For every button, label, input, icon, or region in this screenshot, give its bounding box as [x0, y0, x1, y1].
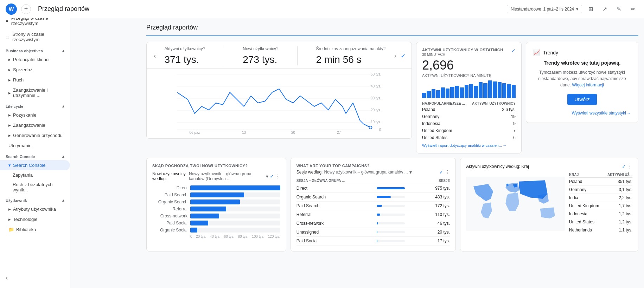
map-row: United States1,2 tys.: [569, 218, 632, 226]
campaigns-table: SESJA – GŁÓWNA GRUPA ... SESJE Direct 97…: [297, 178, 450, 246]
svg-text:50 tys.: 50 tys.: [371, 72, 381, 76]
add-property-button[interactable]: +: [21, 4, 31, 14]
sidebar-item-realtime-pages[interactable]: ◻ Strony w czasie rzeczywistym: [0, 29, 70, 45]
realtime-header-text: AKTYWNI UŻYTKOWNICY W OSTATNICH: [422, 48, 503, 52]
sidebar-item-revenue[interactable]: ▸ Generowanie przychodu: [0, 130, 70, 140]
trends-more-link[interactable]: Więcej informacji: [572, 83, 604, 87]
realtime-row: Poland2,6 tys.: [422, 106, 516, 113]
arrow-right-icon-trends: →: [627, 111, 631, 116]
campaign-dropdown-icon[interactable]: ▾: [409, 169, 412, 175]
hbar-track: [190, 221, 280, 225]
trends-create-button[interactable]: Utwórz: [567, 94, 597, 105]
chevron-up-icon-3: ▴: [62, 154, 64, 159]
campaigns-row: Paid Search 172 tys.: [297, 202, 450, 210]
prev-metric-button[interactable]: ‹: [152, 51, 157, 61]
metric-label-2: Średni czas zaangażowania na akty: [316, 46, 383, 51]
map-menu-icon[interactable]: ⋮: [627, 164, 632, 169]
section-user[interactable]: Użytkownik ▴: [0, 195, 70, 204]
map-row: Germany3,1 tys.: [569, 186, 632, 194]
hbar-label: Organic Search: [152, 199, 187, 204]
expand-icon: ▸: [8, 133, 11, 138]
chevron-up-icon: ▴: [62, 48, 64, 53]
hbar-fill: [190, 192, 244, 197]
hbar-track: [190, 207, 280, 211]
date-range-value: 1 paź–2 lis 2024: [543, 7, 574, 12]
sidebar-collapse-button[interactable]: ‹: [0, 271, 70, 285]
date-dropdown-icon: ▾: [576, 7, 578, 12]
sidebar-item-technology[interactable]: ▸ Technologie: [0, 214, 70, 224]
realtime-icon: ●: [6, 18, 8, 24]
new-users-subtitle: Nowi użytkownicy według:: [152, 171, 187, 181]
campaigns-card: WHAT ARE YOUR TOP CAMPAIGNS? Sesje wedłu…: [291, 158, 456, 251]
columns-icon-button[interactable]: ⊞: [585, 4, 596, 15]
hbar-fill: [190, 221, 208, 225]
sidebar-item-user-attributes[interactable]: ▸ Atrybuty użytkownika: [0, 204, 70, 214]
sidebar-item-engagement[interactable]: ▸ Zaangażowanie i utrzymanie ...: [0, 85, 70, 100]
hbar-track: [190, 228, 280, 233]
new-users-bar-row: Organic Social: [152, 228, 280, 233]
new-users-menu-icon[interactable]: ⋮: [275, 174, 280, 179]
share-icon-button[interactable]: ↗: [599, 4, 610, 15]
trends-body-text: Tymczasem możesz utworzyć nowe statystyk…: [533, 69, 631, 88]
sidebar-item-acquisition[interactable]: ▸ Pozyskanie: [0, 110, 70, 120]
sidebar-item-search-console[interactable]: ▾ Search Console: [0, 160, 70, 170]
info-icon-2: ?: [383, 46, 386, 51]
date-preset-label: Niestandardowe: [511, 7, 541, 12]
expand-icon: ▸: [8, 57, 11, 62]
date-range-selector[interactable]: Niestandardowe 1 paź–2 lis 2024 ▾: [507, 5, 582, 13]
hbar-label: Organic Social: [152, 228, 187, 233]
sidebar-item-retention[interactable]: Utrzymanie: [0, 140, 70, 151]
campaigns-col1-header: SESJA – GŁÓWNA GRUPA ...: [297, 178, 375, 184]
metric-value-2: 2 min 56 s: [316, 54, 385, 65]
campaigns-row: Paid Social 17 tys.: [297, 237, 450, 246]
new-users-bar-row: Direct: [152, 185, 280, 190]
expand-icon: ▸: [8, 90, 11, 96]
map-check-icon: ✓: [622, 164, 626, 169]
realtime-count: 2,696: [422, 58, 516, 73]
page-heading: Przegląd raportów: [146, 24, 198, 33]
hbar-track: [190, 214, 280, 218]
hbar-label: Paid Social: [152, 221, 187, 225]
new-users-bar-row: Organic Search: [152, 199, 280, 204]
trends-all-stats-link[interactable]: Wyświetl wszystkie statystyki →: [572, 111, 631, 116]
realtime-row: United Kingdom7: [422, 127, 516, 134]
campaigns-menu-icon[interactable]: ⋮: [445, 169, 450, 175]
new-users-card: SKĄD POCHODZĄ TWOI NOWI UŻYTKOWNICY? Now…: [146, 158, 286, 251]
sidebar-item-leads[interactable]: ▸ Potencjalni klienci: [0, 54, 70, 65]
svg-text:10 tys.: 10 tys.: [371, 120, 381, 124]
section-lifecycle[interactable]: Life cycle ▴: [0, 100, 70, 110]
new-users-bar-row: Paid Search: [152, 192, 280, 197]
sidebar-item-organic-traffic[interactable]: Ruch z bezpłatnych wynik...: [0, 180, 70, 195]
svg-text:20: 20: [291, 131, 295, 135]
customize-icon-button[interactable]: ✎: [613, 4, 624, 15]
map-row: Indonesia1,2 tys.: [569, 210, 632, 218]
realtime-row: Indonesia9: [422, 120, 516, 127]
campaigns-filter: Nowy użytkownik – główna grupa kanałów .…: [324, 170, 408, 175]
expand-icon: ▸: [8, 77, 11, 83]
hbar-fill: [190, 207, 226, 211]
hbar-track: [190, 199, 280, 204]
filter-dropdown-icon[interactable]: ▾: [266, 174, 268, 179]
library-icon: 📁: [8, 227, 14, 232]
map-row: India2,2 tys.: [569, 194, 632, 202]
sidebar-item-engagement[interactable]: ▸ Zaangażowanie: [0, 120, 70, 130]
expand-icon: ▸: [8, 112, 11, 118]
expand-icon: ▸: [8, 67, 11, 72]
realtime-per-min: AKTYWNI UŻYTKOWNICY NA MINUTĘ: [422, 73, 516, 78]
sidebar-item-traffic[interactable]: ▸ Ruch: [0, 75, 70, 85]
hbar-label: Direct: [152, 185, 187, 190]
new-users-bar-row: Cross-network: [152, 214, 280, 218]
next-metric-button[interactable]: ›: [393, 51, 398, 61]
pages-icon: ◻: [6, 34, 9, 40]
realtime-row: United States6: [422, 134, 516, 141]
section-search-console[interactable]: Search Console ▴: [0, 151, 70, 160]
realtime-report-link[interactable]: Wyświetl raport dotyczący analitiki w cz…: [422, 143, 516, 148]
sidebar-item-queries[interactable]: Zapytania: [0, 170, 70, 180]
edit-icon-button[interactable]: ✏: [627, 4, 638, 15]
svg-text:20 tys.: 20 tys.: [371, 108, 381, 112]
metric-label-1: Nowi użytkownicy: [243, 46, 276, 51]
sidebar-item-library[interactable]: 📁 Biblioteka: [0, 224, 70, 235]
sidebar-item-sales[interactable]: ▸ Sprzedaż: [0, 65, 70, 75]
info-icon-0: ?: [203, 46, 205, 51]
section-business-objectives[interactable]: Business objectives ▴: [0, 45, 70, 54]
